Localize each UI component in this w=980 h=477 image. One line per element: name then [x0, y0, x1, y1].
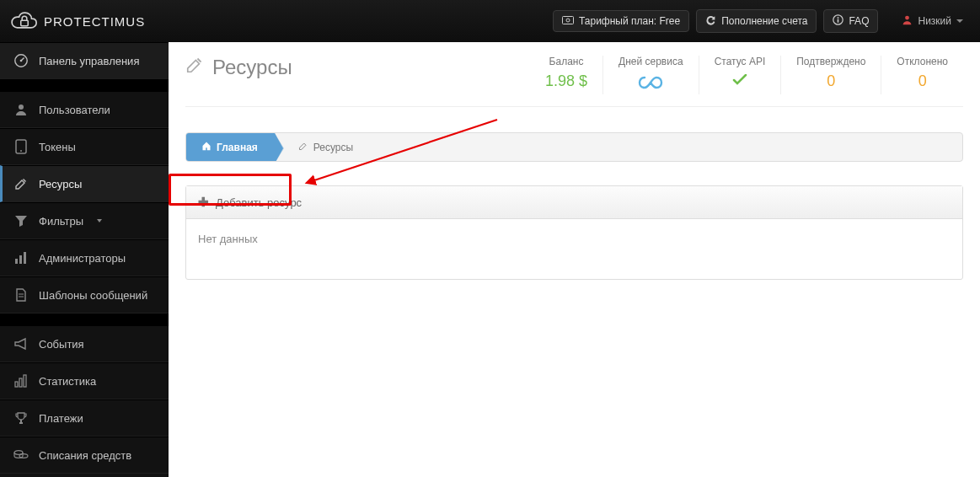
no-data-text: Нет данных	[198, 233, 258, 245]
stat-api: Статус API	[699, 56, 781, 94]
cloud-lock-icon	[10, 9, 39, 33]
topup-label: Пополнение счета	[721, 15, 807, 27]
stat-label: Отклонено	[897, 56, 948, 67]
refresh-icon	[705, 14, 716, 28]
coins-icon	[13, 448, 29, 463]
stat-value: 1.98 $	[545, 72, 587, 90]
filter-icon	[13, 213, 29, 228]
svg-point-11	[20, 150, 22, 152]
sidebar-item-templates[interactable]: Шаблоны сообщений	[0, 276, 169, 314]
sidebar-item-stats[interactable]: Статистика	[0, 362, 169, 399]
sidebar-item-tokens[interactable]: Токены	[0, 128, 169, 165]
sidebar-item-payments[interactable]: Платежи	[0, 399, 169, 437]
stat-balance: Баланс 1.98 $	[530, 56, 602, 94]
sidebar-label: События	[39, 338, 84, 351]
edit-icon	[298, 141, 308, 153]
tariff-button[interactable]: Тарифный план: Free	[553, 10, 689, 32]
sidebar-item-filters[interactable]: Фильтры	[0, 202, 169, 239]
topup-button[interactable]: Пополнение счета	[696, 9, 817, 33]
crumb-label: Главная	[217, 142, 258, 153]
edit-icon	[185, 56, 204, 79]
faq-button[interactable]: FAQ	[823, 9, 878, 33]
stat-label: Подтверждено	[796, 56, 865, 67]
crumb-label: Ресурсы	[313, 142, 353, 153]
crumb-home[interactable]: Главная	[186, 133, 275, 161]
sidebar-label: Администраторы	[39, 252, 126, 265]
user-icon	[902, 14, 913, 28]
sidebar-separator	[0, 314, 169, 325]
dashboard-icon	[13, 53, 29, 68]
chevron-down-icon	[97, 219, 102, 222]
chart-icon	[13, 373, 29, 389]
topbar: PROTECTIMUS Тарифный план: Free Пополнен…	[0, 0, 980, 42]
sidebar-item-users[interactable]: Пользователи	[0, 91, 169, 128]
svg-rect-1	[563, 17, 574, 24]
stat-value: 0	[897, 72, 948, 90]
stat-days: Дней сервиса	[602, 56, 699, 94]
svg-rect-0	[21, 20, 29, 25]
resources-panel: ✚ Добавить ресурс Нет данных	[185, 185, 963, 280]
svg-rect-4	[838, 19, 839, 23]
svg-point-19	[19, 454, 28, 458]
sidebar-label: Фильтры	[39, 215, 83, 228]
sidebar-label: Токены	[39, 141, 76, 153]
page-header: Ресурсы Баланс 1.98 $ Дней сервиса Стату…	[185, 56, 963, 107]
edit-icon	[13, 176, 29, 191]
svg-rect-16	[19, 378, 22, 387]
svg-rect-5	[838, 17, 839, 19]
stat-label: Статус API	[715, 56, 766, 67]
svg-rect-17	[24, 375, 26, 387]
sidebar-label: Списания средств	[39, 449, 131, 462]
sidebar-item-dashboard[interactable]: Панель управления	[0, 42, 169, 79]
chevron-down-icon	[956, 19, 963, 23]
svg-point-9	[19, 105, 24, 110]
add-resource-button[interactable]: ✚ Добавить ресурс	[198, 195, 302, 210]
page-title-text: Ресурсы	[212, 56, 292, 79]
sidebar-item-resources[interactable]: Ресурсы	[0, 165, 169, 202]
user-label: Низкий	[918, 15, 951, 27]
sidebar-label: Пользователи	[39, 104, 110, 116]
svg-point-8	[20, 60, 23, 62]
megaphone-icon	[13, 336, 29, 351]
sidebar-item-events[interactable]: События	[0, 325, 169, 362]
sidebar-label: Платежи	[39, 412, 83, 425]
stat-label: Баланс	[545, 56, 587, 67]
document-icon	[13, 287, 29, 303]
main-content: Ресурсы Баланс 1.98 $ Дней сервиса Стату…	[169, 42, 980, 477]
svg-rect-12	[15, 259, 18, 264]
crumb-resources[interactable]: Ресурсы	[275, 133, 370, 161]
stat-confirmed: Подтверждено 0	[780, 56, 881, 94]
stat-label: Дней сервиса	[619, 56, 683, 67]
breadcrumb: Главная Ресурсы	[185, 132, 963, 162]
stat-value: 0	[796, 72, 865, 90]
user-icon	[13, 102, 29, 117]
money-icon	[562, 15, 574, 27]
sidebar-label: Ресурсы	[39, 178, 82, 190]
sidebar-item-writeoffs[interactable]: Списания средств	[0, 437, 169, 474]
panel-header: ✚ Добавить ресурс	[186, 186, 962, 219]
add-resource-label: Добавить ресурс	[216, 196, 302, 209]
check-icon	[715, 72, 766, 90]
user-menu[interactable]: Низкий	[895, 10, 970, 32]
sidebar-label: Шаблоны сообщений	[39, 289, 147, 302]
infinity-icon	[619, 72, 683, 94]
page-title: Ресурсы	[185, 56, 292, 79]
svg-rect-13	[19, 255, 22, 264]
sidebar: Панель управления Пользователи Токены Ре…	[0, 42, 169, 477]
info-icon	[833, 14, 843, 28]
plus-icon: ✚	[198, 195, 209, 210]
faq-label: FAQ	[849, 15, 869, 27]
sidebar-item-admins[interactable]: Администраторы	[0, 239, 169, 276]
svg-point-6	[906, 16, 910, 20]
home-icon	[201, 141, 212, 153]
device-icon	[13, 139, 29, 154]
brand-text: PROTECTIMUS	[44, 14, 145, 29]
sidebar-separator	[0, 79, 169, 91]
svg-point-2	[566, 19, 570, 22]
stats-bar: Баланс 1.98 $ Дней сервиса Статус API По…	[530, 56, 963, 94]
svg-rect-15	[15, 382, 18, 387]
panel-body: Нет данных	[186, 219, 962, 279]
svg-rect-14	[24, 252, 26, 264]
sidebar-label: Статистика	[39, 375, 96, 388]
brand-logo[interactable]: PROTECTIMUS	[10, 9, 145, 33]
